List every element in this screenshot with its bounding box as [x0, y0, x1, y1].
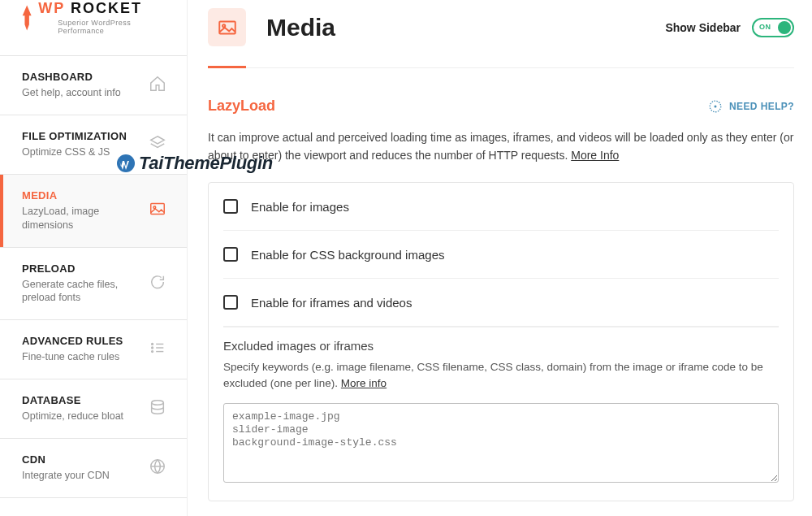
nav-desc: Optimize, reduce bloat — [22, 410, 123, 423]
nav-title: PRELOAD — [22, 262, 142, 275]
toggle-on-text: ON — [759, 23, 771, 31]
nav-desc: Integrate your CDN — [22, 469, 110, 483]
lazyload-section-head: LazyLoad NEED HELP? — [208, 98, 794, 115]
header-image-icon — [208, 8, 246, 46]
lazyload-description: It can improve actual and perceived load… — [208, 129, 794, 164]
nav-desc: Optimize CSS & JS — [22, 145, 127, 159]
checkbox-enable-images[interactable] — [223, 199, 238, 214]
home-icon — [149, 75, 166, 96]
excluded-more-info-link[interactable]: More info — [341, 377, 387, 389]
sidebar-item-advanced-rules[interactable]: ADVANCED RULES Fine-tune cache rules — [0, 319, 187, 379]
sidebar: WP ROCKET Superior WordPress Performance… — [0, 0, 188, 516]
excluded-desc-text: Specify keywords (e.g. image filename, C… — [223, 361, 763, 389]
sidebar-item-cdn[interactable]: CDN Integrate your CDN — [0, 438, 187, 498]
nav-title: MEDIA — [22, 189, 142, 202]
nav-title: DATABASE — [22, 394, 123, 406]
page-title: Media — [266, 14, 335, 41]
logo-rocket: ROCKET — [71, 0, 142, 16]
refresh-icon — [149, 273, 166, 294]
show-sidebar-label: Show Sidebar — [665, 21, 741, 34]
lazyload-desc-text: It can improve actual and perceived load… — [208, 131, 793, 162]
svg-rect-0 — [151, 204, 165, 215]
sidebar-item-database[interactable]: DATABASE Optimize, reduce bloat — [0, 379, 187, 438]
layers-icon — [149, 134, 166, 155]
logo: WP ROCKET Superior WordPress Performance — [20, 0, 166, 35]
svg-point-2 — [152, 344, 153, 345]
lazyload-more-info-link[interactable]: More Info — [571, 149, 619, 162]
checkbox-label-images[interactable]: Enable for images — [251, 200, 349, 214]
checkbox-enable-iframes[interactable] — [223, 295, 238, 310]
lazyload-settings-box: Enable for images Enable for CSS backgro… — [208, 182, 794, 501]
checkbox-label-css-bg[interactable]: Enable for CSS background images — [251, 248, 444, 262]
image-icon — [149, 200, 166, 221]
sidebar-item-file-optimization[interactable]: FILE OPTIMIZATION Optimize CSS & JS — [0, 115, 187, 174]
nav-title: DASHBOARD — [22, 71, 121, 83]
nav-desc: Fine-tune cache rules — [22, 350, 123, 364]
main-content: Media Show Sidebar ON LazyLoad NEED HELP… — [188, 0, 812, 516]
excluded-textarea[interactable] — [223, 403, 779, 483]
svg-point-6 — [152, 351, 153, 353]
checkbox-row-css-bg: Enable for CSS background images — [223, 231, 779, 279]
nav-title: FILE OPTIMIZATION — [22, 130, 127, 142]
nav-desc: LazyLoad, image dimensions — [22, 205, 142, 232]
svg-point-4 — [152, 347, 153, 349]
toggle-knob — [778, 21, 791, 34]
checkbox-row-images: Enable for images — [223, 183, 779, 231]
nav-desc: Get help, account info — [22, 86, 121, 100]
show-sidebar-toggle[interactable]: ON — [752, 18, 794, 37]
excluded-description: Specify keywords (e.g. image filename, C… — [223, 359, 779, 391]
page-header: Media Show Sidebar ON — [208, 8, 794, 68]
need-help-link[interactable]: NEED HELP? — [708, 99, 794, 114]
logo-area: WP ROCKET Superior WordPress Performance — [0, 0, 187, 55]
excluded-section: Excluded images or iframes Specify keywo… — [223, 327, 779, 500]
rocket-icon — [20, 4, 33, 32]
svg-point-8 — [152, 401, 164, 405]
checkbox-label-iframes[interactable]: Enable for iframes and videos — [251, 296, 412, 310]
svg-point-13 — [714, 105, 716, 107]
checkbox-row-iframes: Enable for iframes and videos — [223, 279, 779, 327]
logo-wp: WP — [38, 0, 65, 16]
help-icon — [708, 99, 723, 114]
list-icon — [149, 339, 166, 360]
excluded-title: Excluded images or iframes — [223, 339, 779, 353]
need-help-text: NEED HELP? — [729, 101, 794, 112]
sidebar-item-dashboard[interactable]: DASHBOARD Get help, account info — [0, 55, 187, 115]
logo-tagline: Superior WordPress Performance — [58, 19, 166, 35]
database-icon — [149, 398, 166, 419]
sidebar-item-media[interactable]: MEDIA LazyLoad, image dimensions — [0, 174, 187, 247]
nav-title: ADVANCED RULES — [22, 335, 123, 347]
lazyload-title: LazyLoad — [208, 98, 275, 115]
checkbox-enable-css-bg[interactable] — [223, 247, 238, 262]
nav-desc: Generate cache files, preload fonts — [22, 278, 142, 306]
globe-icon — [149, 457, 166, 479]
nav-title: CDN — [22, 453, 110, 466]
svg-rect-10 — [219, 21, 235, 33]
sidebar-item-preload[interactable]: PRELOAD Generate cache files, preload fo… — [0, 247, 187, 320]
